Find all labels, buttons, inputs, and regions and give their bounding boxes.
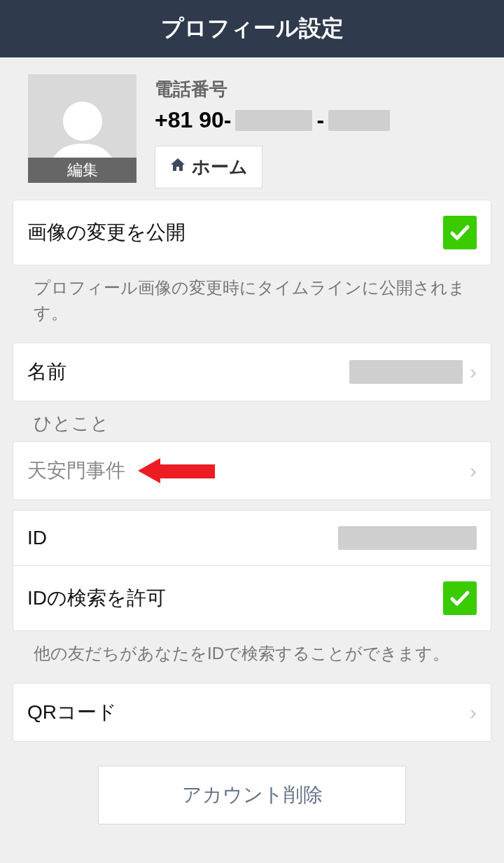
row-status-message[interactable]: 天安門事件 ›: [13, 442, 491, 499]
red-arrow-annotation: [138, 458, 215, 483]
profile-section: 編集 電話番号 +81 90- - ホーム: [0, 57, 504, 200]
avatar[interactable]: 編集: [28, 74, 136, 183]
row-id[interactable]: ID: [13, 511, 491, 565]
publish-image-help: プロフィール画像の変更時にタイムラインに公開されます。: [13, 265, 491, 343]
row-label: QRコード: [27, 699, 117, 726]
phone-mask-1: [235, 110, 312, 131]
delete-account-button[interactable]: アカウント削除: [98, 766, 406, 824]
phone-value: +81 90- -: [155, 107, 491, 133]
phone-sep: -: [316, 107, 324, 133]
row-label: ID: [27, 527, 47, 549]
chevron-right-icon: ›: [470, 360, 477, 384]
svg-point-0: [63, 102, 102, 141]
avatar-edit-label[interactable]: 編集: [28, 158, 136, 183]
phone-prefix: +81 90-: [155, 107, 231, 133]
checkbox-checked-icon[interactable]: [443, 581, 477, 615]
id-search-help: 他の友だちがあなたをIDで検索することができます。: [13, 631, 491, 683]
home-button[interactable]: ホーム: [155, 146, 262, 188]
phone-mask-2: [328, 110, 390, 131]
row-label: 名前: [27, 359, 66, 385]
row-allow-id-search[interactable]: IDの検索を許可: [13, 565, 491, 630]
home-button-label: ホーム: [192, 155, 248, 179]
id-value-masked: [338, 526, 477, 550]
page-title: プロフィール設定: [161, 13, 344, 44]
name-value-masked: [349, 360, 463, 384]
row-name[interactable]: 名前 ›: [13, 343, 491, 401]
chevron-right-icon: ›: [470, 700, 477, 724]
content: 編集 電話番号 +81 90- - ホーム 画像の変更を公開: [0, 57, 504, 824]
header: プロフィール設定: [0, 0, 504, 57]
row-label: 画像の変更を公開: [27, 219, 186, 246]
checkbox-checked-icon[interactable]: [443, 216, 477, 249]
status-section-label: ひとこと: [13, 401, 491, 441]
chevron-right-icon: ›: [470, 459, 477, 483]
phone-column: 電話番号 +81 90- - ホーム: [155, 74, 491, 188]
row-label: IDの検索を許可: [27, 585, 166, 612]
row-publish-image-change[interactable]: 画像の変更を公開: [13, 200, 491, 265]
home-icon: [169, 156, 186, 178]
status-message-value: 天安門事件: [27, 457, 125, 484]
row-qr-code[interactable]: QRコード ›: [13, 684, 491, 741]
phone-label: 電話番号: [155, 77, 491, 102]
